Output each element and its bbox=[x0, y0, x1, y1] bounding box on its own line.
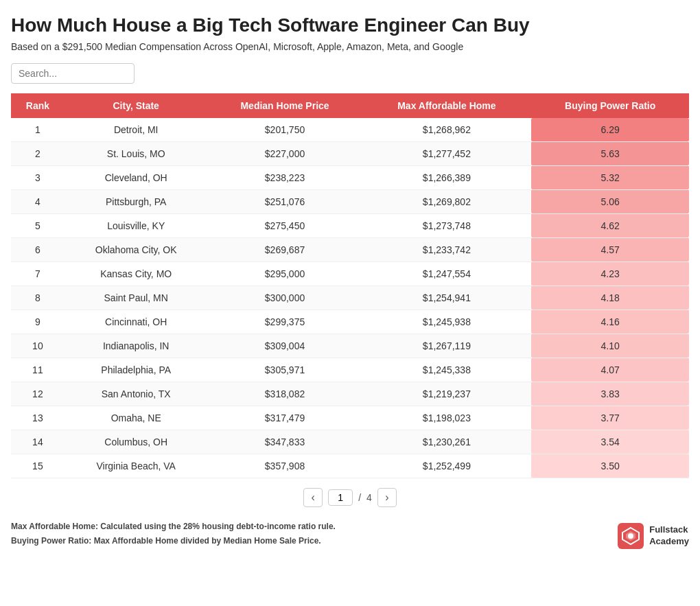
cell-median-price: $347,833 bbox=[208, 430, 362, 454]
table-row: 7Kansas City, MO$295,000$1,247,5544.23 bbox=[11, 261, 689, 285]
cell-median-price: $299,375 bbox=[208, 310, 362, 334]
fullstack-logo-icon bbox=[618, 523, 644, 549]
cell-ratio: 4.16 bbox=[531, 310, 689, 334]
note1-label: Max Affordable Home: bbox=[11, 522, 98, 531]
cell-ratio: 3.83 bbox=[531, 382, 689, 406]
subtitle: Based on a $291,500 Median Compensation … bbox=[11, 41, 689, 52]
cell-rank: 15 bbox=[11, 454, 65, 478]
col-rank: Rank bbox=[11, 93, 65, 118]
cell-ratio: 5.06 bbox=[531, 189, 689, 213]
cell-city: Columbus, OH bbox=[65, 430, 208, 454]
cell-rank: 4 bbox=[11, 189, 65, 213]
cell-rank: 11 bbox=[11, 358, 65, 382]
note2: Buying Power Ratio: Max Affordable Home … bbox=[11, 534, 336, 549]
cell-ratio: 3.54 bbox=[531, 430, 689, 454]
cell-city: San Antonio, TX bbox=[65, 382, 208, 406]
table-row: 4Pittsburgh, PA$251,076$1,269,8025.06 bbox=[11, 189, 689, 213]
cell-ratio: 5.32 bbox=[531, 165, 689, 189]
note1-text: Calculated using the 28% housing debt-to… bbox=[100, 522, 336, 531]
table-row: 12San Antonio, TX$318,082$1,219,2373.83 bbox=[11, 382, 689, 406]
note1: Max Affordable Home: Calculated using th… bbox=[11, 520, 336, 535]
cell-city: Saint Paul, MN bbox=[65, 285, 208, 310]
cell-rank: 6 bbox=[11, 237, 65, 261]
table-row: 10Indianapolis, IN$309,004$1,267,1194.10 bbox=[11, 334, 689, 358]
cell-city: Omaha, NE bbox=[65, 406, 208, 430]
page-title: How Much House a Big Tech Software Engin… bbox=[11, 14, 689, 37]
page-number-input[interactable] bbox=[328, 489, 353, 506]
cell-ratio: 4.62 bbox=[531, 213, 689, 237]
logo-line2: Academy bbox=[649, 536, 689, 548]
cell-affordable: $1,230,261 bbox=[362, 430, 531, 454]
cell-affordable: $1,219,237 bbox=[362, 382, 531, 406]
cell-city: Virginia Beach, VA bbox=[65, 454, 208, 478]
cell-city: Pittsburgh, PA bbox=[65, 189, 208, 213]
cell-ratio: 4.57 bbox=[531, 237, 689, 261]
cell-rank: 12 bbox=[11, 382, 65, 406]
table-row: 3Cleveland, OH$238,223$1,266,3895.32 bbox=[11, 165, 689, 189]
cell-median-price: $201,750 bbox=[208, 118, 362, 142]
cell-median-price: $238,223 bbox=[208, 165, 362, 189]
col-median: Median Home Price bbox=[208, 93, 362, 118]
cell-city: Kansas City, MO bbox=[65, 261, 208, 285]
table-row: 14Columbus, OH$347,833$1,230,2613.54 bbox=[11, 430, 689, 454]
table-row: 6Oklahoma City, OK$269,687$1,233,7424.57 bbox=[11, 237, 689, 261]
cell-rank: 1 bbox=[11, 118, 65, 142]
note2-label: Buying Power Ratio: bbox=[11, 536, 91, 546]
cell-rank: 5 bbox=[11, 213, 65, 237]
cell-affordable: $1,233,742 bbox=[362, 237, 531, 261]
table-body: 1Detroit, MI$201,750$1,268,9626.292St. L… bbox=[11, 118, 689, 478]
logo-text: Fullstack Academy bbox=[649, 524, 689, 548]
logo-line1: Fullstack bbox=[649, 524, 689, 536]
search-input[interactable] bbox=[11, 63, 135, 84]
cell-affordable: $1,247,554 bbox=[362, 261, 531, 285]
cell-city: Louisville, KY bbox=[65, 213, 208, 237]
cell-median-price: $227,000 bbox=[208, 141, 362, 165]
cell-median-price: $251,076 bbox=[208, 189, 362, 213]
cell-ratio: 6.29 bbox=[531, 118, 689, 142]
cell-affordable: $1,245,938 bbox=[362, 310, 531, 334]
col-affordable: Max Affordable Home bbox=[362, 93, 531, 118]
cell-rank: 9 bbox=[11, 310, 65, 334]
cell-affordable: $1,273,748 bbox=[362, 213, 531, 237]
cell-ratio: 3.77 bbox=[531, 406, 689, 430]
cell-ratio: 5.63 bbox=[531, 141, 689, 165]
table-row: 15Virginia Beach, VA$357,908$1,252,4993.… bbox=[11, 454, 689, 478]
col-ratio: Buying Power Ratio bbox=[531, 93, 689, 118]
table-row: 13Omaha, NE$317,479$1,198,0233.77 bbox=[11, 406, 689, 430]
main-table: Rank City, State Median Home Price Max A… bbox=[11, 93, 689, 478]
cell-rank: 13 bbox=[11, 406, 65, 430]
cell-affordable: $1,252,499 bbox=[362, 454, 531, 478]
note2-text: Max Affordable Home divided by Median Ho… bbox=[94, 536, 321, 546]
next-page-button[interactable]: › bbox=[377, 488, 397, 507]
table-row: 9Cincinnati, OH$299,375$1,245,9384.16 bbox=[11, 310, 689, 334]
cell-affordable: $1,266,389 bbox=[362, 165, 531, 189]
logo-area: Fullstack Academy bbox=[618, 523, 689, 549]
cell-rank: 7 bbox=[11, 261, 65, 285]
table-row: 5Louisville, KY$275,450$1,273,7484.62 bbox=[11, 213, 689, 237]
prev-page-button[interactable]: ‹ bbox=[303, 488, 323, 507]
cell-ratio: 4.10 bbox=[531, 334, 689, 358]
cell-rank: 10 bbox=[11, 334, 65, 358]
cell-rank: 14 bbox=[11, 430, 65, 454]
cell-median-price: $309,004 bbox=[208, 334, 362, 358]
table-row: 8Saint Paul, MN$300,000$1,254,9414.18 bbox=[11, 285, 689, 310]
cell-city: Philadelphia, PA bbox=[65, 358, 208, 382]
cell-affordable: $1,267,119 bbox=[362, 334, 531, 358]
cell-affordable: $1,277,452 bbox=[362, 141, 531, 165]
table-header-row: Rank City, State Median Home Price Max A… bbox=[11, 93, 689, 118]
cell-city: Oklahoma City, OK bbox=[65, 237, 208, 261]
cell-median-price: $275,450 bbox=[208, 213, 362, 237]
cell-ratio: 3.50 bbox=[531, 454, 689, 478]
table-row: 2St. Louis, MO$227,000$1,277,4525.63 bbox=[11, 141, 689, 165]
total-pages: 4 bbox=[366, 492, 372, 503]
cell-median-price: $300,000 bbox=[208, 285, 362, 310]
cell-affordable: $1,269,802 bbox=[362, 189, 531, 213]
cell-city: Detroit, MI bbox=[65, 118, 208, 142]
footer: Max Affordable Home: Calculated using th… bbox=[11, 520, 689, 549]
cell-city: Cleveland, OH bbox=[65, 165, 208, 189]
cell-median-price: $317,479 bbox=[208, 406, 362, 430]
page-separator: / bbox=[358, 492, 361, 503]
col-city: City, State bbox=[65, 93, 208, 118]
cell-affordable: $1,254,941 bbox=[362, 285, 531, 310]
cell-median-price: $305,971 bbox=[208, 358, 362, 382]
